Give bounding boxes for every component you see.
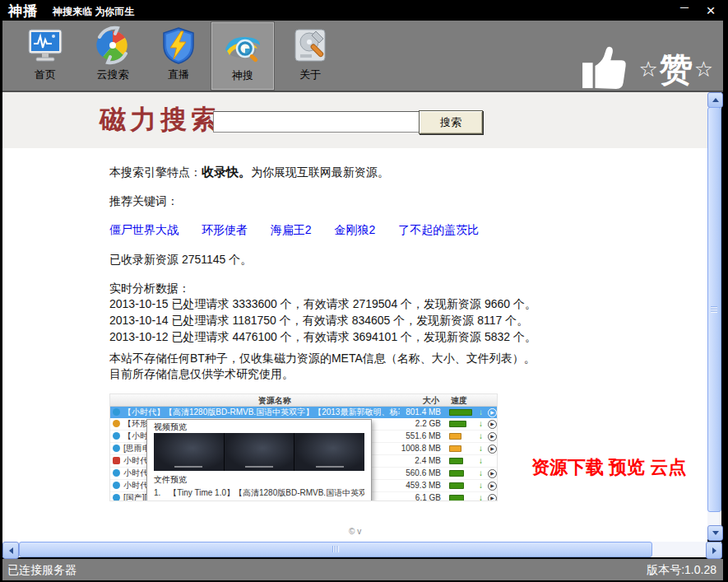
indexed-count-line: 已收录新资源 2751145 个。 (109, 253, 252, 268)
speed-bar (449, 495, 475, 501)
promo-text: 资源下载 预览 云点 (531, 455, 686, 480)
download-arrow-icon: ↓ (479, 407, 483, 418)
horizontal-scrollbar-thumb[interactable] (19, 542, 652, 557)
chevron-right-icon (712, 547, 716, 554)
preview-row-size: 2.2 GB (375, 418, 441, 430)
scroll-grip-icon (332, 546, 339, 552)
intro-prefix: 本搜索引擎特点： (109, 165, 202, 179)
preview-table-header: 资源名称 大小 速度 (110, 394, 497, 407)
page-title: 磁力搜索 (100, 102, 221, 138)
download-arrow-icon: ↓ (479, 468, 483, 479)
play-circle-icon: ▶ (488, 432, 497, 441)
download-arrow-icon: ↓ (479, 480, 483, 491)
toolbar-label-home: 首页 (35, 68, 56, 81)
vertical-scrollbar[interactable] (707, 92, 721, 539)
preview-row-size: 551.6 MB (375, 431, 441, 442)
scroll-right-button[interactable] (706, 542, 722, 559)
chevron-up-icon (712, 98, 719, 102)
play-circle-icon: ▶ (488, 445, 497, 454)
stats-line: 2013-10-14 已处理请求 1181750 个，有效请求 834605 个… (109, 314, 528, 328)
statusbar: 已连接服务器 版本号:1.0.28 (2, 559, 723, 580)
disclaimer-line: 本站不存储任何BT种子，仅收集磁力资源的META信息（名称、大小、文件列表）。 (109, 352, 536, 366)
speed-bar (449, 409, 475, 416)
eye-magnifier-icon (223, 26, 262, 66)
keyword-link[interactable]: 海扁王2 (271, 223, 312, 236)
video-preview-label: 视频预览 (154, 421, 187, 433)
file-preview-item: 1. 【Tiny Time 1.0】【高清1280版BD-RMVB.国语中英双字… (154, 487, 364, 499)
like-area[interactable]: ☆ 赞 ☆ (581, 45, 713, 93)
video-play-icon (113, 482, 120, 489)
keyword-link[interactable]: 金刚狼2 (334, 223, 375, 236)
page-footer-mark: © v (349, 527, 361, 536)
keyword-link[interactable]: 僵尸世界大战 (109, 223, 179, 236)
search-button[interactable]: 搜索 (419, 110, 483, 134)
stats-label: 实时分析数据： (109, 282, 190, 296)
stats-line: 2013-10-15 已处理请求 3333600 个，有效请求 2719504 … (109, 297, 536, 312)
app-title: 神播 (8, 2, 38, 21)
star-icon: ☆ (638, 48, 657, 91)
toolbar-label-shensou: 神搜 (232, 69, 253, 81)
stats-line: 2013-10-12 已处理请求 4476100 个，有效请求 3694101 … (109, 330, 536, 345)
toolbar-button-cloudsearch[interactable]: 云搜索 (82, 22, 143, 88)
download-arrow-icon: ↓ (479, 492, 483, 501)
video-preview-frames (154, 433, 364, 471)
video-play-icon (113, 432, 120, 440)
video-play-icon (113, 445, 120, 452)
download-arrow-icon: ↓ (479, 431, 483, 442)
play-circle-icon: ▶ (488, 482, 497, 491)
video-play-icon (113, 494, 120, 501)
toolbar-button-home[interactable]: 首页 (15, 22, 76, 88)
header-speed: 速度 (451, 395, 467, 407)
chevron-down-icon (712, 531, 719, 535)
scroll-left-button[interactable] (2, 542, 19, 559)
preview-row-size: 6.1 GB (375, 492, 441, 501)
disk-hammer-icon (290, 26, 330, 65)
toolbar-button-about[interactable]: 关于 (280, 22, 341, 88)
gold-box-icon (113, 420, 120, 427)
version-label: 版本号:1.0.28 (647, 563, 716, 578)
video-frame (294, 433, 364, 471)
preview-row: 【小时代】【高清1280版BD-RMVB.国语中英双字】【2013最新郭敬明、杨… (110, 407, 497, 418)
keyword-links: 僵尸世界大战 环形使者 海扁王2 金刚狼2 了不起的盖茨比 (109, 223, 498, 238)
header-resource-name: 资源名称 (110, 395, 439, 407)
preview-row-size: 459.3 MB (375, 480, 441, 491)
speed-bar (449, 470, 475, 477)
disclaimer-line: 目前所存储信息仅供学术研究使用。 (109, 367, 294, 382)
video-frame (154, 433, 224, 471)
close-button[interactable]: × (700, 0, 721, 21)
preview-row-size: 2.4 MB (375, 455, 441, 467)
speed-bar (449, 445, 475, 452)
chevron-left-icon (9, 547, 13, 554)
play-circle-icon: ▶ (488, 408, 497, 417)
play-circle-icon: ▶ (488, 420, 497, 429)
thumbs-up-icon (581, 45, 632, 93)
minimize-button[interactable]: ─ (674, 0, 695, 18)
search-header: 磁力搜索 搜索 (2, 92, 707, 148)
download-arrow-icon: ↓ (479, 418, 483, 430)
play-circle-icon: ▶ (488, 494, 497, 501)
video-preview-popup: 视频预览 文件预览 1. 【Tiny Time 1.0】【高清1280版BD-R… (146, 419, 372, 501)
header-size: 大小 (423, 395, 439, 407)
vertical-scrollbar-thumb[interactable] (707, 107, 721, 512)
preview-row-size: 1008.8 MB (375, 443, 441, 454)
scroll-down-button[interactable] (707, 525, 723, 541)
monitor-wave-icon (26, 26, 65, 65)
toolbar-label-about: 关于 (299, 68, 321, 81)
video-play-icon (113, 469, 120, 477)
keywords-label: 推荐关键词： (109, 194, 179, 209)
video-play-icon (113, 408, 120, 416)
toolbar-button-live[interactable]: 直播 (148, 22, 209, 88)
shield-lightning-icon (159, 26, 198, 65)
download-arrow-icon: ↓ (479, 443, 483, 454)
keyword-link[interactable]: 环形使者 (202, 223, 248, 236)
toolbar-button-shensou[interactable]: 神搜 (211, 22, 274, 90)
horizontal-scrollbar[interactable] (2, 542, 721, 557)
search-input[interactable] (213, 111, 421, 133)
scroll-grip-icon (711, 306, 717, 313)
play-circle-icon: ▶ (488, 469, 497, 478)
scroll-up-button[interactable] (707, 92, 723, 108)
speed-bar (449, 433, 475, 440)
titlebar: 神播 神搜来临 为你而生 ─ × (0, 0, 728, 21)
intro-line: 本搜索引擎特点：收录快。为你展现互联网最新资源。 (109, 165, 389, 180)
keyword-link[interactable]: 了不起的盖茨比 (398, 223, 479, 236)
